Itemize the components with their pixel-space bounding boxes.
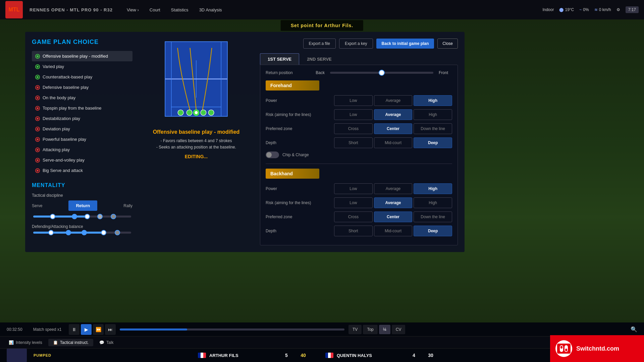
back-initial-button[interactable]: Back to initial game plan [376, 39, 434, 49]
tab-tactical[interactable]: 📋 Tactical instruct. [48, 339, 93, 346]
fh-zone-center[interactable]: Center [374, 123, 413, 134]
fh-power-average[interactable]: Average [374, 95, 413, 106]
quentin-name: QUENTIN HALYS [337, 353, 404, 358]
fh-zone-cross[interactable]: Cross [334, 123, 373, 134]
svg-point-11 [195, 111, 198, 114]
svg-point-8 [178, 110, 183, 116]
bh-power-average[interactable]: Average [374, 183, 413, 194]
bh-depth-short[interactable]: Short [334, 226, 373, 236]
forehand-depth-label: Depth [266, 140, 333, 145]
fh-power-high[interactable]: High [414, 95, 452, 106]
forehand-risk-label: Risk (aiming for the lines) [266, 112, 333, 117]
fh-zone-down[interactable]: Down the line [414, 123, 452, 134]
front-label: Front [439, 70, 452, 75]
serve-rally-row: Serve Return Rally [32, 200, 132, 211]
fast-forward-button[interactable]: ⏩ [93, 324, 104, 335]
quentin-halys-row: QUENTIN HALYS 4 30 [325, 353, 446, 358]
settings-icon[interactable]: ⚙ [616, 7, 620, 12]
progress-bar[interactable] [120, 328, 344, 330]
fh-depth-deep[interactable]: Deep [414, 137, 452, 148]
tab-1st-serve[interactable]: 1ST SERVE [260, 53, 299, 65]
return-button[interactable]: Return [68, 200, 97, 211]
fh-power-low[interactable]: Low [334, 95, 373, 106]
cv-view-button[interactable]: CV [392, 325, 406, 334]
strategy-item[interactable]: Varied play [32, 61, 132, 72]
skip-button[interactable]: ⏭ [105, 324, 116, 335]
strategy-item-label: Topspin play from the baseline [43, 106, 102, 111]
serve-label: Serve [32, 203, 42, 208]
bh-power-low[interactable]: Low [334, 183, 373, 194]
svg-rect-14 [557, 344, 571, 354]
strategy-item-label: Varied play [43, 64, 64, 69]
strategy-item[interactable]: Defensive baseline play [32, 82, 132, 93]
strategy-item[interactable]: Destabilization play [32, 113, 132, 124]
forehand-zone-row: Preferred zone Cross Center Down the lin… [266, 123, 452, 134]
tab-intensity[interactable]: 📊 Intensity levels [4, 339, 47, 346]
fh-risk-average[interactable]: Average [374, 109, 413, 120]
strategy-item[interactable]: Topspin play from the baseline [32, 103, 132, 113]
bh-power-high[interactable]: High [414, 183, 452, 194]
strategy-item[interactable]: On the body play [32, 93, 132, 103]
tactical-slider-thumb-5[interactable] [111, 214, 116, 219]
bh-zone-center[interactable]: Center [374, 212, 413, 222]
tactical-slider-thumb-1[interactable] [50, 214, 55, 219]
strategy-item[interactable]: Attacking play [32, 144, 132, 155]
defending-slider-thumb-4[interactable] [101, 230, 106, 235]
export-key-button[interactable]: Export a key [339, 39, 373, 49]
tactical-slider-fill [33, 216, 87, 218]
fh-depth-short[interactable]: Short [334, 137, 373, 148]
strategy-item[interactable]: Powerful baseline play [32, 134, 132, 144]
nav-court[interactable]: Court [145, 5, 165, 14]
bh-risk-low[interactable]: Low [334, 197, 373, 208]
forehand-risk-buttons: Low Average High [334, 109, 452, 120]
defending-slider-thumb-2[interactable] [66, 230, 71, 235]
strategy-item[interactable]: Offensive baseline play - modified [32, 51, 132, 61]
intensity-icon: 📊 [9, 340, 14, 345]
top-view-button[interactable]: Top [363, 325, 377, 334]
bh-depth-mid[interactable]: Mid-court [374, 226, 413, 236]
bh-zone-down[interactable]: Down the line [414, 212, 452, 222]
strategy-dot-green [35, 75, 40, 79]
time-display: 00:32:50 [7, 327, 22, 332]
quarter-view-button[interactable]: ¼ [379, 325, 390, 334]
nav-statistics[interactable]: Statistics [166, 5, 193, 14]
fh-depth-mid[interactable]: Mid-court [374, 137, 413, 148]
bh-risk-average[interactable]: Average [374, 197, 413, 208]
court-svg [153, 39, 240, 126]
tab-2nd-serve[interactable]: 2ND SERVE [299, 53, 339, 65]
tactical-slider-track[interactable] [33, 216, 131, 218]
fh-risk-high[interactable]: High [414, 109, 452, 120]
strategy-item-label: On the body play [43, 95, 75, 100]
tactical-slider-thumb-2[interactable] [72, 214, 77, 219]
nav-view[interactable]: View › [122, 5, 144, 14]
chip-charge-toggle[interactable] [266, 152, 279, 158]
bh-zone-cross[interactable]: Cross [334, 212, 373, 222]
nav-3d-analysis[interactable]: 3D Analysis [195, 5, 227, 14]
strategy-item-label: Deviation play [43, 126, 70, 131]
backhand-depth-row: Depth Short Mid-court Deep [266, 226, 452, 236]
app-logo: MTL [5, 1, 23, 18]
strategy-item[interactable]: Deviation play [32, 124, 132, 134]
defending-slider-track[interactable] [33, 232, 131, 234]
tv-view-button[interactable]: TV [348, 325, 362, 334]
search-icon[interactable]: 🔍 [631, 326, 637, 333]
strategy-item[interactable]: Counterattack-based play [32, 72, 132, 82]
tactical-slider-thumb-3[interactable] [85, 214, 90, 219]
defending-slider-thumb-3[interactable] [82, 230, 87, 235]
tactical-slider-thumb-4[interactable] [97, 214, 103, 219]
bh-depth-deep[interactable]: Deep [414, 226, 452, 236]
fh-risk-low[interactable]: Low [334, 109, 373, 120]
strategy-item[interactable]: Big Serve and attack [32, 165, 132, 176]
defending-slider-thumb-1[interactable] [48, 230, 54, 235]
close-button[interactable]: Close [437, 39, 458, 49]
export-file-button[interactable]: Export a file [303, 39, 336, 49]
defending-slider-thumb-5[interactable] [115, 230, 120, 235]
bh-risk-high[interactable]: High [414, 197, 452, 208]
strategy-dot-red [35, 96, 40, 100]
pause-button[interactable]: ⏸ [69, 324, 79, 335]
strategy-item[interactable]: Serve-and-volley play [32, 155, 132, 165]
strategy-dot-green [35, 64, 40, 69]
tab-talk[interactable]: 💬 Talk [95, 339, 118, 346]
return-pos-slider[interactable] [330, 72, 433, 74]
play-button[interactable]: ▶ [81, 324, 92, 335]
